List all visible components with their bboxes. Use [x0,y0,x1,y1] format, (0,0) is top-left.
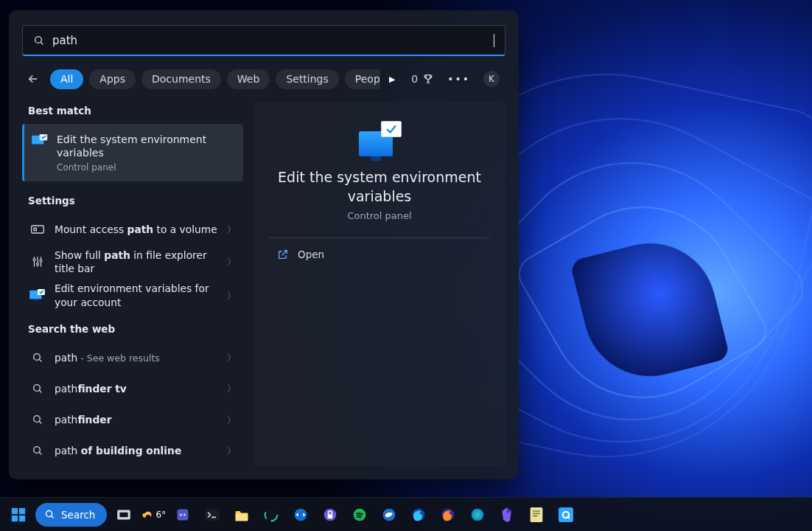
svg-rect-37 [236,513,248,521]
svg-rect-27 [12,515,18,521]
result-label: Mount access path to a volume [55,223,218,237]
tabs-overflow-icon[interactable]: ▶ [389,74,395,84]
web-result-path-of-building[interactable]: path of building online 〉 [22,435,243,466]
svg-point-21 [34,416,41,423]
svg-rect-49 [559,507,573,522]
chevron-right-icon: 〉 [227,256,236,268]
search-icon [29,352,46,364]
taskbar-app-notepadpp[interactable] [524,502,549,527]
svg-line-22 [39,421,41,423]
result-label: pathfinder [55,413,218,427]
chevron-right-icon: 〉 [227,352,236,364]
svg-rect-6 [32,226,44,233]
taskbar-search-button[interactable]: Search [35,503,107,527]
svg-rect-4 [36,145,40,147]
svg-line-24 [39,452,41,454]
section-settings: Settings [22,192,243,214]
divider [269,237,491,238]
taskbar-app-chat[interactable] [170,502,195,527]
taskbar-app-explorer[interactable] [229,502,254,527]
svg-rect-42 [328,514,333,518]
tab-apps[interactable]: Apps [89,69,136,89]
svg-point-13 [40,260,42,262]
filter-tab-bar: All Apps Documents Web Settings People F… [22,66,505,91]
chevron-right-icon: 〉 [227,223,236,236]
svg-rect-25 [12,507,18,513]
env-vars-small-icon [29,289,46,302]
search-icon [33,35,45,46]
chevron-right-icon: 〉 [227,383,236,395]
result-detail-pane: Edit the system environment variables Co… [253,102,505,466]
svg-point-17 [34,354,41,361]
svg-point-12 [37,263,39,266]
taskbar-app-qbittorrent[interactable] [553,502,578,527]
result-label: path - See web results [55,351,218,365]
search-icon [29,383,46,395]
search-icon [44,509,55,520]
svg-rect-15 [34,299,38,302]
detail-subtitle: Control panel [347,210,411,221]
svg-point-23 [34,447,41,454]
taskbar-app-firefox[interactable] [435,502,461,527]
web-result-path[interactable]: path - See web results 〉 [22,342,243,373]
taskbar-app-teamviewer[interactable] [288,502,313,527]
trophy-icon [422,73,434,85]
detail-hero-icon [359,124,400,159]
settings-result-edit-env-vars-account[interactable]: Edit environment variables for your acco… [22,279,243,313]
svg-rect-33 [178,509,189,520]
results-list: Best match Edit the system environment v… [22,102,243,466]
result-label: pathfinder tv [55,382,218,396]
open-action[interactable]: Open [270,243,332,266]
tab-documents[interactable]: Documents [141,69,221,89]
result-label: path of building online [55,444,218,458]
chevron-right-icon: 〉 [227,290,236,302]
svg-point-47 [472,508,484,521]
start-button[interactable] [6,502,31,527]
svg-rect-28 [19,515,25,521]
search-bar[interactable]: path [22,25,505,56]
user-avatar[interactable]: K [483,71,500,87]
tab-web[interactable]: Web [227,69,270,89]
open-label: Open [298,249,324,260]
result-label: Edit environment variables for your acco… [55,282,218,309]
more-options-button[interactable]: ••• [447,73,470,85]
weather-widget[interactable]: 6° [141,502,166,527]
back-button[interactable] [22,68,44,90]
taskbar-app-spotify[interactable] [347,502,372,527]
tab-all[interactable]: All [50,69,83,89]
settings-result-show-full-path[interactable]: Show full path in file explorer title ba… [22,245,243,279]
rewards-badge[interactable]: 0 [411,73,434,85]
detail-title: Edit the system environment variables [253,168,505,206]
best-match-result[interactable]: Edit the system environment variables Co… [22,124,243,181]
taskbar-app-terminal[interactable] [200,502,225,527]
taskbar-app-edge[interactable] [465,502,490,527]
start-search-panel: path All Apps Documents Web Settings Peo… [9,10,519,479]
weather-temp: 6° [156,510,167,520]
svg-rect-32 [119,512,129,518]
task-view-icon[interactable] [111,502,136,527]
tab-settings[interactable]: Settings [276,69,338,89]
search-input-text[interactable]: path [52,34,486,47]
taskbar-search-label: Search [61,509,95,521]
taskbar-app-thunderbird[interactable] [377,502,402,527]
svg-line-1 [41,42,43,44]
web-result-pathfinder-tv[interactable]: pathfinder tv 〉 [22,373,243,404]
taskbar-app-obsidian[interactable] [494,502,519,527]
svg-point-35 [184,513,186,516]
settings-result-mount-path[interactable]: Mount access path to a volume 〉 [22,214,243,245]
svg-rect-7 [34,229,36,231]
sliders-icon [29,255,46,268]
result-label: Show full path in file explorer title ba… [55,249,218,276]
taskbar-app-lock[interactable] [318,502,343,527]
svg-point-29 [46,511,52,517]
svg-rect-36 [205,508,220,521]
tab-people[interactable]: People [345,69,380,89]
weather-icon [141,508,155,521]
filter-tabs: All Apps Documents Web Settings People F… [50,69,380,89]
taskbar-app-firefox-dev[interactable] [406,502,431,527]
taskbar-app-pycharm[interactable] [259,502,284,527]
volume-icon [29,224,46,235]
svg-point-11 [33,259,35,261]
best-match-subtitle: Control panel [57,162,234,173]
web-result-pathfinder[interactable]: pathfinder 〉 [22,404,243,435]
